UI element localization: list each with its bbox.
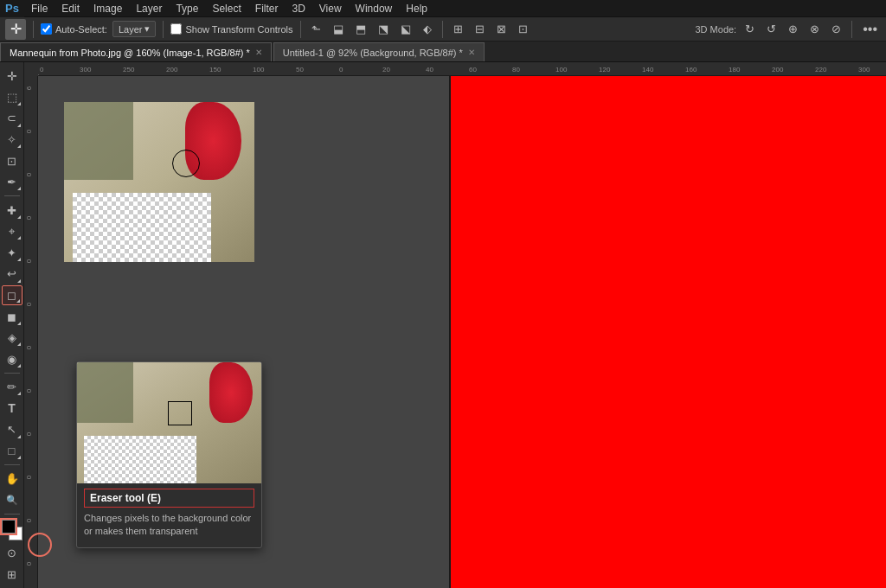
brush-icon: ⌖ [9,225,15,239]
brush-tool[interactable]: ⌖ [2,221,22,242]
tab-untitled-close[interactable]: ✕ [468,48,475,57]
tool-arrow [17,435,21,438]
menu-window[interactable]: Window [349,0,400,16]
auto-select-checkbox[interactable]: Auto-Select: [41,23,107,35]
scale-3d-btn[interactable]: ⊘ [828,21,844,37]
dodge-icon: ◉ [7,353,16,366]
shape-tool[interactable]: □ [2,441,22,462]
tooltip-image-bg [77,362,261,483]
svg-text:100: 100 [555,66,568,74]
screen-mode-tool[interactable]: ⊞ [2,564,22,585]
distribute3-btn[interactable]: ⊠ [493,21,510,37]
transform-checkbox[interactable]: Show Transform Controls [170,23,292,35]
pen-tool[interactable]: ✏ [2,377,22,398]
menu-type[interactable]: Type [169,0,205,16]
align-center-v-btn[interactable]: ⬕ [397,21,414,37]
svg-text:0: 0 [25,215,33,220]
quick-mask-tool[interactable]: ⊙ [2,543,22,564]
move-tool[interactable]: ✛ [2,66,22,86]
ruler-horizontal: 0 300 250 200 150 100 50 0 20 40 60 80 1… [38,62,886,76]
foreground-color-swatch[interactable] [2,520,16,534]
blur-icon: ◈ [8,331,16,344]
menu-view[interactable]: View [312,0,349,16]
svg-text:100: 100 [253,66,265,74]
roll-3d-btn[interactable]: ↺ [763,21,780,37]
crop-tool[interactable]: ⊡ [2,150,22,171]
svg-text:180: 180 [729,66,741,74]
eraser-tool[interactable]: ◻ [2,285,22,306]
align-top-btn[interactable]: ⬔ [375,21,392,37]
menu-select[interactable]: Select [205,0,247,16]
marquee-tool[interactable]: ⬚ [2,87,22,108]
svg-text:0: 0 [25,259,33,263]
tab-mannequin-close[interactable]: ✕ [255,48,262,57]
shape-icon: □ [9,444,16,457]
menu-3d[interactable]: 3D [285,0,311,16]
svg-text:160: 160 [685,66,697,74]
tooltip-green-area [77,362,133,423]
doc-divider [449,76,451,588]
menu-edit[interactable]: Edit [55,0,87,16]
rotate-3d-btn[interactable]: ↻ [742,21,758,37]
quick-mask-icon: ⊙ [7,546,16,559]
transform-input[interactable] [170,23,182,35]
clone-tool[interactable]: ✦ [2,242,22,263]
svg-text:0: 0 [25,518,33,522]
svg-text:0: 0 [25,302,33,306]
distribute-btn[interactable]: ⊞ [450,21,466,37]
svg-text:220: 220 [815,66,827,74]
zoom-tool[interactable]: 🔍 [2,490,22,511]
quick-select-tool[interactable]: ✧ [2,130,22,150]
menu-layer[interactable]: Layer [129,0,169,16]
toolbar-separator4 [4,514,20,514]
blur-tool[interactable]: ◈ [2,328,22,348]
hand-tool[interactable]: ✋ [2,469,22,489]
layer-dropdown[interactable]: Layer ▾ [112,21,157,37]
move-tool-active[interactable]: ✛ [5,19,26,40]
ruler-vertical: 6 0 0 0 0 0 0 0 0 0 0 0 0 [24,62,38,588]
align-right-btn[interactable]: ⬒ [352,21,369,37]
gradient-tool[interactable]: ◼ [2,306,22,327]
tab-untitled[interactable]: Untitled-1 @ 92% (Background, RGB/8#) * … [273,42,485,61]
toolbar-separator2 [4,373,20,374]
text-tool[interactable]: T [2,398,22,419]
tool-arrow [17,144,21,148]
separator4 [442,21,443,38]
eyedropper-tool[interactable]: ✒ [2,172,22,193]
lasso-tool[interactable]: ⊂ [2,108,22,129]
eraser-tool-tooltip: Eraser tool (E) Changes pixels to the ba… [76,361,262,548]
doc2-canvas[interactable] [450,76,886,588]
history-tool[interactable]: ↩ [2,264,22,284]
slide-3d-btn[interactable]: ⊗ [806,21,823,37]
doc1-image [64,102,254,262]
svg-text:0: 0 [25,431,33,436]
healing-icon: ✚ [7,204,16,217]
marquee-icon: ⬚ [7,91,17,104]
svg-text:300: 300 [80,66,92,74]
svg-text:80: 80 [512,66,520,74]
menu-image[interactable]: Image [87,0,129,16]
svg-text:0: 0 [25,129,33,133]
distribute4-btn[interactable]: ⊡ [515,21,531,37]
align-left-btn[interactable]: ⬑ [308,21,324,37]
tab-mannequin[interactable]: Mannequin from Photo.jpg @ 160% (Image-1… [0,42,272,61]
svg-text:0: 0 [339,66,343,74]
auto-select-input[interactable] [41,23,52,35]
path-select-tool[interactable]: ↖ [2,419,22,440]
drag-3d-btn[interactable]: ⊕ [785,21,801,37]
align-center-h-btn[interactable]: ⬓ [330,21,347,37]
tool-arrow [17,258,21,261]
distribute2-btn[interactable]: ⊟ [472,21,488,37]
healing-tool[interactable]: ✚ [2,200,22,220]
menu-file[interactable]: File [24,0,55,16]
more-options-icon[interactable]: ••• [859,22,881,37]
menu-help[interactable]: Help [399,0,434,16]
tooltip-preview-image [77,362,261,483]
align-bottom-btn[interactable]: ⬖ [420,21,435,37]
svg-text:60: 60 [469,66,477,74]
color-swatches[interactable] [2,520,22,540]
dodge-tool[interactable]: ◉ [2,348,22,369]
move-icon: ✛ [7,69,17,83]
menu-filter[interactable]: Filter [248,0,286,16]
separator3 [300,21,301,38]
